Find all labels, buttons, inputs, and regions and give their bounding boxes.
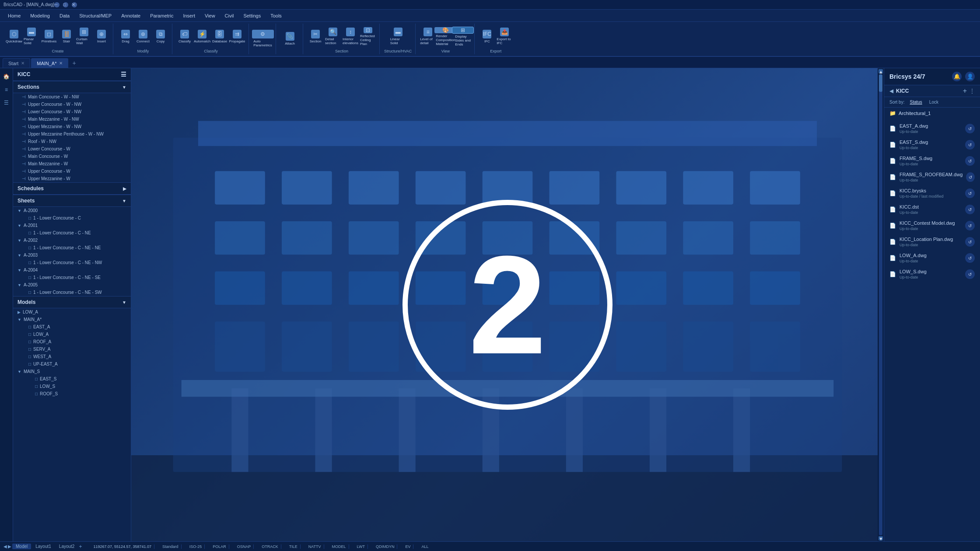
scroll-down[interactable]: ▼ [878, 536, 883, 541]
file-frame-s-roofbeam[interactable]: 📄 FRAME_S_ROOFBEAM.dwg Up-to-date ↺ [884, 169, 980, 185]
layers-icon[interactable]: ≡ [2, 85, 11, 94]
quickdraw-button[interactable]: ⬡ Quickdraw [6, 28, 22, 45]
sheet-a2000-sub[interactable]: □ 1 - Lower Concourse - C [13, 214, 131, 222]
status-otrack[interactable]: OTRACK [259, 544, 281, 549]
file-action-kicc-contest[interactable]: ↺ [965, 221, 975, 230]
insert-button[interactable]: ⊕ Insert [94, 28, 109, 45]
status-tile[interactable]: TILE [287, 544, 301, 549]
automatch-button[interactable]: ⚡ Automatch [194, 28, 210, 45]
next-layout-button[interactable]: ▶ [8, 544, 11, 549]
bricsys-menu-button[interactable]: ⋮ [970, 88, 975, 94]
menu-civil[interactable]: Civil [220, 11, 238, 20]
layout2-tab[interactable]: Layout2 [56, 544, 78, 549]
level-of-detail-button[interactable]: ≡ Level of detail [420, 28, 436, 45]
folder-architectural[interactable]: 📁 Architectural_1 [884, 108, 980, 121]
sheet-a2005-sub[interactable]: □ 1 - Lower Concourse - C - NE - SW [13, 289, 131, 296]
status-lwt[interactable]: LWT [354, 544, 368, 549]
viewport-scrollbar[interactable]: ▲ ▼ [878, 68, 884, 541]
bricsys-user-icon[interactable]: 👤 [965, 72, 975, 81]
model-low-s[interactable]: □ LOW_S [13, 383, 131, 390]
file-action-east-a[interactable]: ↺ [965, 124, 975, 133]
tab-add-button[interactable]: + [69, 58, 79, 68]
sheet-a2001[interactable]: ▼ A-2001 [13, 222, 131, 229]
section-main-mezzanine-w[interactable]: ⊣ Main Mezzanine - W [13, 160, 131, 167]
menu-insert[interactable]: Insert [178, 11, 200, 20]
sheet-a2003-sub[interactable]: □ 1 - Lower Concourse - C - NE - NW [13, 259, 131, 266]
tab-start[interactable]: Start ✕ [3, 58, 30, 68]
primitives-button[interactable]: ◻ Primitives [41, 28, 57, 45]
status-osnap[interactable]: OSNAP [234, 544, 254, 549]
file-action-east-s[interactable]: ↺ [965, 140, 975, 150]
home-icon[interactable]: 🏠 [2, 72, 11, 81]
menu-annotate[interactable]: Annotate [117, 11, 145, 20]
bricsys-add-button[interactable]: + [963, 87, 967, 95]
file-kicc-location[interactable]: 📄 KICC_Location Plan.dwg Up-to-date ↺ [884, 234, 980, 250]
ifc-button[interactable]: IFC IFC [479, 28, 495, 45]
file-low-s[interactable]: 📄 LOW_S.dwg Up-to-date ↺ [884, 266, 980, 282]
model-roof-a[interactable]: □ ROOF_A [13, 338, 131, 345]
sheet-a2000[interactable]: ▼ A-2000 [13, 207, 131, 214]
section-main-concourse-w-nw[interactable]: ⊣ Main Concourse - W - NW [13, 93, 131, 101]
file-kicc-brysks[interactable]: 📄 KICC.brysks Up-to-date / last modified… [884, 185, 980, 202]
sheet-a2005[interactable]: ▼ A-2005 [13, 281, 131, 289]
export-ifc-button[interactable]: 📤 Export to IFC [497, 28, 512, 45]
sidebar-menu-icon[interactable]: ☰ [121, 71, 126, 78]
classify-button[interactable]: 🏷 Classify [177, 28, 192, 45]
section-lower-concourse-w-nw[interactable]: ⊣ Lower Concourse - W - NW [13, 108, 131, 115]
database-button[interactable]: 🗄 Database [212, 28, 228, 45]
prev-layout-button[interactable]: ◀ [4, 544, 7, 549]
model-west-a[interactable]: □ WEST_A [13, 353, 131, 360]
file-kicc-dst[interactable]: 📄 KICC.dst Up-to-date ↺ [884, 202, 980, 218]
linear-solid-button[interactable]: ▬ Linear Solid [390, 28, 406, 45]
model-low-a-child[interactable]: □ LOW_A [13, 331, 131, 338]
model-up-east-a[interactable]: □ UP-EAST_A [13, 360, 131, 368]
status-ev[interactable]: EV [402, 544, 413, 549]
sheet-a2004[interactable]: ▼ A-2004 [13, 266, 131, 274]
display-sides-button[interactable]: ⊞ Display Sides and Ends [455, 28, 471, 45]
status-nattv[interactable]: NATTV [306, 544, 324, 549]
file-action-frame-roofbeam[interactable]: ↺ [966, 172, 975, 182]
file-action-kicc-location[interactable]: ↺ [965, 237, 975, 247]
scroll-track[interactable] [879, 74, 882, 535]
detail-section-button[interactable]: 🔍 Detail section [325, 28, 341, 45]
bricsys-back-button[interactable]: ◀ [889, 88, 893, 94]
model-serv-a[interactable]: □ SERV_A [13, 345, 131, 353]
tab-main-a[interactable]: MAIN_A* ✕ [31, 58, 68, 68]
menu-parametric[interactable]: Parametric [146, 11, 178, 20]
menu-view[interactable]: View [200, 11, 220, 20]
model-roof-s[interactable]: □ ROOF_S [13, 390, 131, 398]
planar-solid-button[interactable]: ▬ Planar Solid [24, 28, 39, 45]
menu-structural[interactable]: Structural/MEP [75, 11, 116, 20]
file-action-kicc-dst[interactable]: ↺ [965, 205, 975, 214]
menu-modeling[interactable]: Modeling [26, 11, 54, 20]
minimize-button[interactable]: ─ [54, 2, 60, 7]
sort-lock[interactable]: Lock [928, 99, 940, 105]
file-action-low-a[interactable]: ↺ [965, 253, 975, 263]
model-east-a[interactable]: □ EAST_A [13, 323, 131, 331]
file-frame-s[interactable]: 📄 FRAME_S.dwg Up-to-date ↺ [884, 153, 980, 169]
file-east-a[interactable]: 📄 EAST_A.dwg Up-to-date ↺ [884, 121, 980, 137]
menu-settings[interactable]: Settings [239, 11, 265, 20]
section-lower-concourse-w[interactable]: ⊣ Lower Concourse - W [13, 145, 131, 153]
close-button[interactable]: ✕ [72, 2, 77, 7]
model-main-s[interactable]: ▼ MAIN_S [13, 368, 131, 375]
interior-elevations-button[interactable]: ↕ Interior elevations [343, 28, 358, 45]
sections-header[interactable]: Sections ▼ [13, 81, 131, 93]
curtain-wall-button[interactable]: ⊞ Curtain Wall [76, 28, 92, 45]
status-model[interactable]: MODEL [329, 544, 349, 549]
sort-status[interactable]: Status [908, 99, 924, 105]
drag-button[interactable]: ⇔ Drag [118, 28, 133, 45]
section-upper-mezzanine-w-nw[interactable]: ⊣ Upper Mezzanine - W - NW [13, 123, 131, 130]
file-action-kicc-brysks[interactable]: ↺ [965, 188, 975, 198]
file-low-a[interactable]: 📄 LOW_A.dwg Up-to-date ↺ [884, 250, 980, 266]
copy-button[interactable]: ⧉ Copy [153, 28, 168, 45]
file-action-low-s[interactable]: ↺ [965, 269, 975, 279]
file-kicc-contest[interactable]: 📄 KICC_Contest Model.dwg Up-to-date ↺ [884, 218, 980, 234]
models-header[interactable]: Models ▼ [13, 296, 131, 308]
reflected-ceiling-button[interactable]: ⊡ Reflected Ceiling Plan [360, 28, 376, 45]
render-composition-button[interactable]: 🎨 Render Composition Material [438, 28, 453, 45]
properties-icon[interactable]: ☰ [2, 98, 11, 108]
section-upper-mezzanine-w[interactable]: ⊣ Upper Mezzanine - W [13, 175, 131, 182]
sheet-a2003[interactable]: ▼ A-2003 [13, 251, 131, 259]
attach-button[interactable]: 📎 Attach [282, 30, 298, 47]
